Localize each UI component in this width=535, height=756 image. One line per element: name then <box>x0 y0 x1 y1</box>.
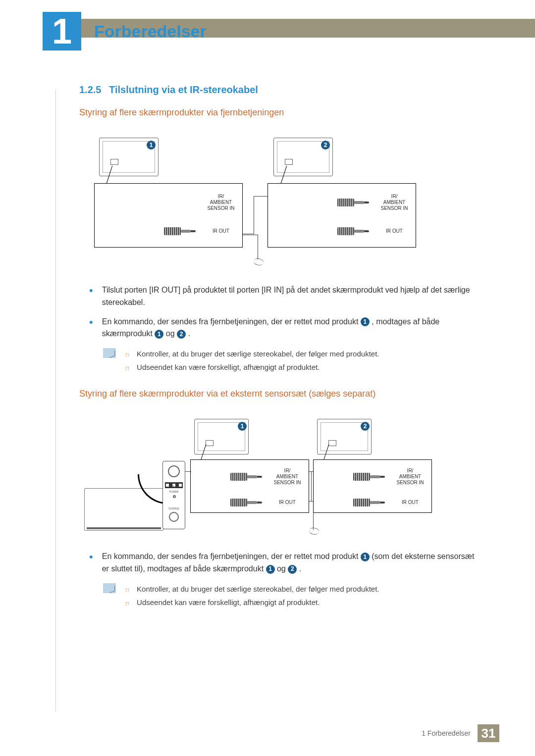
bullet-marker: • <box>89 318 93 341</box>
note-marker: □ <box>126 599 129 609</box>
note-marker: □ <box>126 364 129 374</box>
page-footer: 1 Forberedelser 31 <box>422 724 499 742</box>
callout-badge-1: 1 <box>147 141 156 150</box>
cable-continuation-icon <box>309 527 320 536</box>
bullet-text: Tilslut porten [IR OUT] på produktet til… <box>102 284 481 309</box>
note-icon <box>103 583 116 593</box>
port-label-ir-out: IR OUT <box>272 500 303 505</box>
cable-segment <box>254 196 254 234</box>
stereo-plug-icon <box>337 198 372 207</box>
cable-segment <box>309 471 313 472</box>
subsection-1-body: • Tilslut porten [IR OUT] på produktet t… <box>89 284 481 374</box>
chapter-number-badge: 1 <box>43 12 81 50</box>
stereo-plug-icon <box>230 472 265 481</box>
port-label-ir-out: IR OUT <box>206 228 236 234</box>
left-margin-rule <box>55 89 56 711</box>
port-label-ir-in: IR/ AMBIENT SENSOR IN <box>379 194 410 211</box>
inline-badge-1: 1 <box>155 330 163 339</box>
inline-badge-2: 2 <box>288 565 297 574</box>
note-block: □ Kontroller, at du bruger det særlige s… <box>103 582 481 609</box>
port-panel-1: IR/ AMBIENT SENSOR IN IR OUT <box>190 459 309 513</box>
cable-segment <box>243 235 258 235</box>
remote-label-source: SOURCE <box>163 507 185 510</box>
bullet-text: En kommando, der sendes fra fjernbetjeni… <box>102 316 481 341</box>
remote-label-power: POWER <box>163 490 185 493</box>
page-content: 1.2.5 Tilslutning via et IR-stereokabel … <box>0 54 535 609</box>
subsection-1-title: Styring af flere skærmprodukter via fjer… <box>79 107 481 118</box>
bullet-item: • Tilslut porten [IR OUT] på produktet t… <box>89 284 481 309</box>
inline-badge-1: 1 <box>361 553 370 561</box>
stereo-plug-icon <box>337 227 372 236</box>
note-block: □ Kontroller, at du bruger det særlige s… <box>103 347 481 374</box>
port-panel-1: IR/ AMBIENT SENSOR IN IR OUT <box>94 183 243 248</box>
cable-continuation-icon <box>253 257 264 266</box>
bullet-text: En kommando, der sendes fra fjernbetjeni… <box>102 551 481 575</box>
subsection-2-title: Styring af flere skærmprodukter via et e… <box>79 389 481 399</box>
note-item: □ Udseendet kan være forskelligt, afhæng… <box>126 596 481 609</box>
stereo-plug-icon <box>230 498 265 507</box>
section-title: Tilslutning via et IR-stereokabel <box>109 84 258 95</box>
port-label-ir-out: IR OUT <box>379 228 410 234</box>
note-text: Udseendet kan være forskelligt, afhængig… <box>137 360 320 374</box>
port-label-ir-in: IR/ AMBIENT SENSOR IN <box>395 468 426 486</box>
cable-segment <box>258 235 258 259</box>
note-text: Kontroller, at du bruger det særlige ste… <box>137 347 379 360</box>
port-label-ir-in: IR/ AMBIENT SENSOR IN <box>272 468 303 486</box>
cable-segment <box>185 471 191 472</box>
remote-control-icon: ▷ POWER SOURCE <box>162 461 185 529</box>
note-item: □ Kontroller, at du bruger det særlige s… <box>126 347 481 360</box>
bullet-marker: • <box>89 286 93 309</box>
callout-badge-2: 2 <box>321 141 330 150</box>
diagram-ir-cable-direct: 1 2 IR/ AMBIENT SENSOR IN IR OUT IR/ AMB… <box>94 138 416 266</box>
note-icon <box>103 348 116 358</box>
port-label-ir-in: IR/ AMBIENT SENSOR IN <box>206 194 236 211</box>
inline-badge-1: 1 <box>361 317 370 326</box>
bullet-item: • En kommando, der sendes fra fjernbetje… <box>89 551 481 575</box>
bullet-item: • En kommando, der sendes fra fjernbetje… <box>89 316 481 341</box>
page-header: 1 Forberedelser <box>0 0 535 54</box>
footer-chapter-label: 1 Forberedelser <box>422 729 471 737</box>
note-marker: □ <box>126 351 129 360</box>
page-number: 31 <box>478 724 499 742</box>
cable-segment <box>254 196 268 197</box>
chapter-title: Forberedelser <box>94 22 207 41</box>
diagram-external-sensor-kit: ▷ POWER SOURCE 1 2 IR/ AMBIENT SENSOR IN… <box>84 419 446 533</box>
cable-segment <box>243 234 254 234</box>
stereo-plug-icon <box>353 498 388 507</box>
inline-badge-1: 1 <box>266 565 275 574</box>
bullet-marker: • <box>89 553 93 575</box>
port-panel-2: IR/ AMBIENT SENSOR IN IR OUT <box>313 459 432 513</box>
port-panel-2: IR/ AMBIENT SENSOR IN IR OUT <box>268 183 416 248</box>
section-number: 1.2.5 <box>79 84 101 95</box>
subsection-2-body: • En kommando, der sendes fra fjernbetje… <box>89 551 481 609</box>
cable-segment <box>311 471 312 501</box>
note-text: Kontroller, at du bruger det særlige ste… <box>137 582 379 596</box>
chapter-number: 1 <box>43 12 81 50</box>
note-item: □ Kontroller, at du bruger det særlige s… <box>126 582 481 596</box>
inline-badge-2: 2 <box>177 330 186 339</box>
stereo-plug-icon <box>353 472 388 481</box>
note-text: Udseendet kan være forskelligt, afhængig… <box>137 596 320 609</box>
note-marker: □ <box>126 586 129 596</box>
section-heading: 1.2.5 Tilslutning via et IR-stereokabel <box>79 84 481 96</box>
cable-segment <box>309 501 313 502</box>
port-label-ir-out: IR OUT <box>395 500 426 505</box>
note-item: □ Udseendet kan være forskelligt, afhæng… <box>126 360 481 374</box>
stereo-plug-icon <box>164 227 199 236</box>
